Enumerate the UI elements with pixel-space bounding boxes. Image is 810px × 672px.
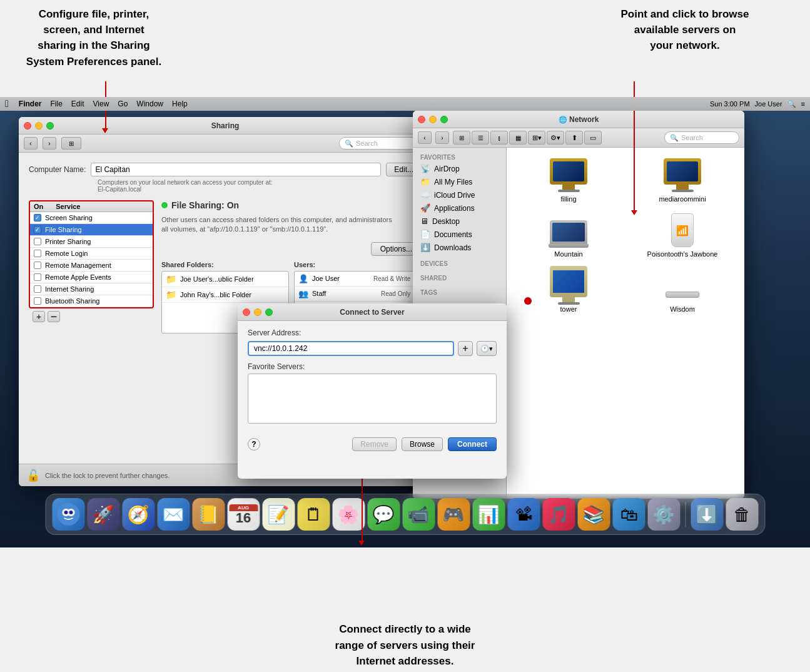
dock-item-contacts[interactable]: 📒 — [192, 498, 225, 531]
remove-service-button[interactable]: − — [48, 311, 60, 322]
dock-item-safari[interactable]: 🧭 — [122, 498, 154, 531]
back-button[interactable]: ‹ — [24, 137, 38, 150]
lock-icon[interactable]: 🔓 — [26, 469, 40, 482]
service-row-remote-management[interactable]: Remote Management — [30, 260, 153, 272]
share-button[interactable]: ⬆ — [565, 131, 583, 145]
service-row-printer-sharing[interactable]: Printer Sharing — [30, 236, 153, 248]
service-checkbox[interactable] — [34, 285, 41, 293]
sidebar-item-allmyfiles[interactable]: 📁 All My Files — [413, 175, 506, 188]
network-item-mountain[interactable]: Mountain — [517, 213, 620, 258]
service-row-bluetooth-sharing[interactable]: Bluetooth Sharing — [30, 295, 153, 307]
network-minimize-button[interactable] — [429, 116, 437, 123]
menu-file[interactable]: File — [51, 99, 63, 108]
sidebar-item-airdrop[interactable]: 📡 AirDrop — [413, 162, 506, 175]
dock-item-syspreferences[interactable]: ⚙️ — [647, 498, 680, 531]
service-checkbox[interactable] — [34, 250, 41, 257]
server-address-input[interactable] — [248, 341, 454, 356]
menu-go[interactable]: Go — [118, 99, 128, 108]
apple-menu[interactable]:  — [5, 98, 9, 109]
maximize-button[interactable] — [46, 122, 54, 130]
dock-item-facetime[interactable]: 📹 — [402, 498, 435, 531]
menu-view[interactable]: View — [93, 99, 109, 108]
network-item-poisontooth[interactable]: 📶 Poisontooth's Jawbone — [630, 213, 734, 258]
finder-back-button[interactable]: ‹ — [418, 131, 432, 144]
service-checkbox[interactable] — [34, 238, 41, 245]
dock-item-keynote[interactable]: 📽 — [507, 498, 540, 531]
menu-window[interactable]: Window — [136, 99, 163, 108]
service-checkbox[interactable] — [34, 262, 41, 269]
dock-item-calendar[interactable]: AUG 16 — [227, 498, 260, 531]
dock-item-itunes[interactable]: 🎵 — [542, 498, 575, 531]
network-item-wisdom[interactable]: Wisdom — [630, 268, 734, 313]
service-checkbox[interactable]: ✓ — [34, 226, 41, 233]
network-item-mediaroommini[interactable]: mediaroommini — [630, 158, 734, 203]
dock-item-ibooks[interactable]: 📚 — [577, 498, 610, 531]
service-checkbox[interactable]: ✓ — [34, 214, 41, 221]
finder-search[interactable]: 🔍 Search — [664, 131, 739, 144]
dock-item-finder[interactable] — [52, 498, 84, 531]
minimize-button[interactable] — [35, 122, 43, 130]
computer-name-input[interactable] — [91, 163, 381, 176]
service-row-screen-sharing[interactable]: ✓Screen Sharing — [30, 212, 153, 224]
cover-flow-button[interactable]: ▦ — [509, 131, 527, 145]
connect-close-button[interactable] — [243, 308, 250, 316]
arrow-right-head — [631, 210, 637, 215]
dock-item-trash[interactable]: 🗑 — [726, 498, 758, 531]
folder-item-2[interactable]: 📁 John Ray's...blic Folder — [162, 287, 288, 303]
network-maximize-button[interactable] — [440, 116, 448, 123]
help-button[interactable]: ? — [248, 438, 260, 451]
dock-item-messages[interactable]: 💬 — [367, 498, 400, 531]
dock-item-appstore[interactable]: 🛍 — [612, 498, 645, 531]
dock-item-numbers[interactable]: 📊 — [472, 498, 505, 531]
user-item-1[interactable]: 👤 Joe User Read & Write ⌃ — [295, 272, 421, 287]
arrange-button[interactable]: ⊞▾ — [528, 131, 545, 145]
menubar-menu-icon[interactable]: ≡ — [801, 100, 805, 108]
service-checkbox[interactable] — [34, 297, 41, 305]
add-server-button[interactable]: + — [458, 341, 473, 356]
dock-item-photos[interactable]: 🌸 — [332, 498, 365, 531]
dock-item-mail[interactable]: ✉️ — [157, 498, 190, 531]
service-row-remote-login[interactable]: Remote Login — [30, 248, 153, 260]
menubar-search-icon[interactable]: 🔍 — [787, 100, 796, 108]
service-checkbox[interactable] — [34, 273, 41, 281]
network-item-tower[interactable]: tower — [517, 268, 620, 313]
menu-finder[interactable]: Finder — [19, 99, 42, 108]
dock-item-downloads[interactable]: ⬇️ — [691, 498, 723, 531]
remove-button[interactable]: Remove — [352, 437, 397, 451]
action-button[interactable]: ⚙▾ — [547, 131, 564, 145]
list-view-button[interactable]: ☰ — [472, 131, 489, 145]
annotation-bottom: Connect directly to a wide range of serv… — [299, 621, 512, 669]
network-item-filling[interactable]: filling — [517, 158, 620, 203]
sidebar-item-icloud[interactable]: ☁️ iCloud Drive — [413, 188, 506, 201]
service-row-file-sharing[interactable]: ✓File Sharing — [30, 224, 153, 236]
forward-button[interactable]: › — [43, 137, 56, 150]
menu-help[interactable]: Help — [172, 99, 188, 108]
connect-button[interactable]: Connect — [448, 437, 497, 451]
close-button[interactable] — [24, 122, 31, 130]
dock-item-reminders[interactable]: 📝 — [262, 498, 295, 531]
user-item-2[interactable]: 👥 Staff Read Only ⌃ — [295, 287, 421, 302]
grid-view-button[interactable]: ⊞ — [61, 137, 81, 150]
sidebar-item-desktop[interactable]: 🖥 Desktop — [413, 215, 506, 228]
finder-forward-button[interactable]: › — [435, 131, 449, 144]
service-row-internet-sharing[interactable]: Internet Sharing — [30, 283, 153, 295]
service-row-remote-apple-events[interactable]: Remote Apple Events — [30, 272, 153, 283]
connect-minimize-button[interactable] — [254, 308, 261, 316]
browse-button[interactable]: Browse — [402, 437, 443, 451]
folder-item[interactable]: 📁 Joe User's...ublic Folder — [162, 272, 288, 287]
add-service-button[interactable]: + — [33, 311, 45, 322]
sidebar-item-downloads[interactable]: ⬇️ Downloads — [413, 241, 506, 254]
dock-item-launchpad[interactable]: 🚀 — [87, 498, 119, 531]
connect-maximize-button[interactable] — [265, 308, 273, 316]
sidebar-item-documents[interactable]: 📄 Documents — [413, 228, 506, 241]
column-view-button[interactable]: ⫿ — [490, 131, 508, 145]
network-close-button[interactable] — [418, 116, 425, 123]
sidebar-item-applications[interactable]: 🚀 Applications — [413, 201, 506, 215]
icon-view-button[interactable]: ⊞ — [453, 131, 470, 145]
menu-edit[interactable]: Edit — [71, 99, 84, 108]
dock-item-appswitcher[interactable]: 🎮 — [437, 498, 470, 531]
dock-item-notes[interactable]: 🗒 — [297, 498, 330, 531]
recent-servers-button[interactable]: 🕐▾ — [477, 341, 497, 356]
sharing-toolbar: ‹ › ⊞ 🔍 Search — [19, 135, 432, 153]
edit-tags-button[interactable]: ▭ — [584, 131, 602, 145]
